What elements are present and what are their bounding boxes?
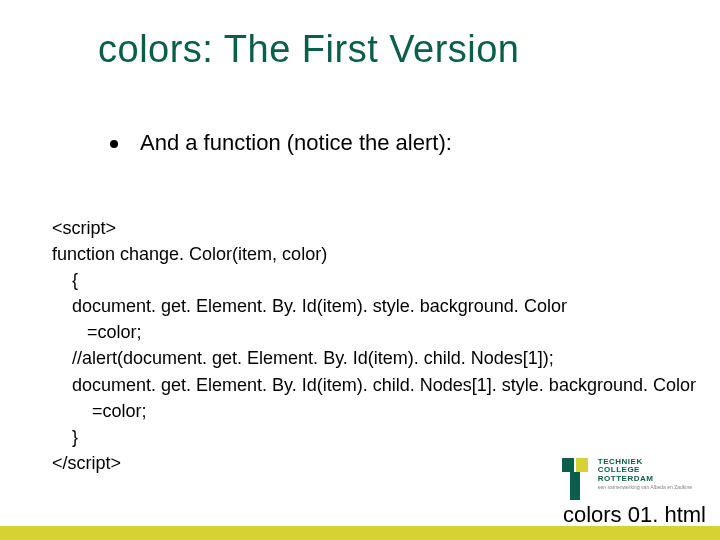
logo-subline: een samenwerking van Albeda en Zadkine xyxy=(598,485,692,490)
bullet-icon xyxy=(110,140,118,148)
code-block: <script> function change. Color(item, co… xyxy=(52,215,696,476)
slide-title: colors: The First Version xyxy=(98,28,520,71)
logo: TECHNIEK COLLEGE ROTTERDAM een samenwerk… xyxy=(562,458,692,500)
slide: colors: The First Version And a function… xyxy=(0,0,720,540)
bullet-row: And a function (notice the alert): xyxy=(110,130,452,156)
logo-line-3: ROTTERDAM xyxy=(598,475,692,483)
logo-text: TECHNIEK COLLEGE ROTTERDAM een samenwerk… xyxy=(598,458,692,490)
bullet-text: And a function (notice the alert): xyxy=(140,130,452,156)
logo-mark-icon xyxy=(562,458,590,500)
footer-bar xyxy=(0,526,720,540)
filename-label: colors 01. html xyxy=(563,502,706,528)
